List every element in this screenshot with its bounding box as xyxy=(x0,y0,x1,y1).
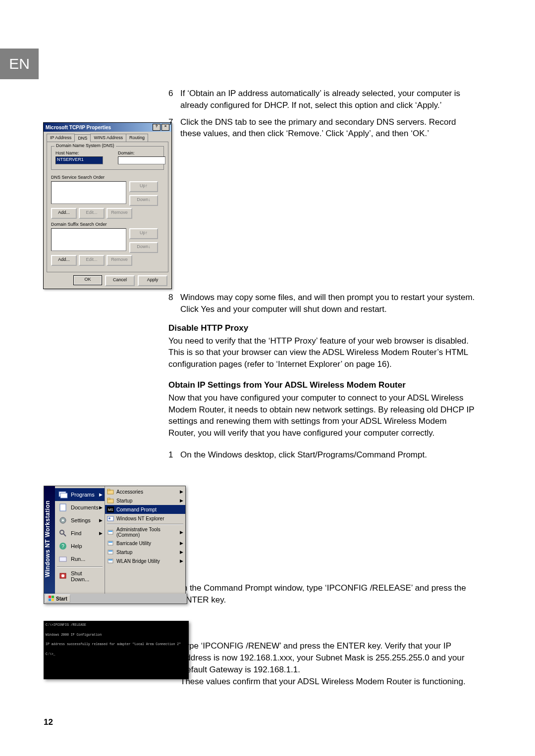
svg-rect-25 xyxy=(108,551,112,552)
start-menu-shutdown[interactable]: Shut Down... xyxy=(55,568,105,584)
folder-icon xyxy=(107,497,114,504)
programs-submenu-item[interactable]: Startup▶ xyxy=(105,496,185,505)
start-menu-item[interactable]: Find▶ xyxy=(55,527,105,540)
tab-routing[interactable]: Routing xyxy=(126,134,148,142)
svg-point-19 xyxy=(108,517,110,519)
menu-item-label: Startup xyxy=(116,498,132,504)
dns-add-button[interactable]: Add... xyxy=(51,208,77,219)
menu-item-label: Startup xyxy=(116,550,132,555)
suffix-remove-button[interactable]: Remove xyxy=(107,255,132,266)
step-b1: 1 On the Windows desktop, click Start/Pr… xyxy=(168,449,476,461)
submenu-arrow-icon: ▶ xyxy=(180,498,183,503)
svg-text:MS: MS xyxy=(108,508,113,511)
submenu-arrow-icon: ▶ xyxy=(99,505,103,510)
suffix-up-button[interactable]: Up↑ xyxy=(129,228,158,239)
svg-rect-1 xyxy=(60,493,67,498)
svg-rect-28 xyxy=(49,596,51,598)
suffix-edit-button[interactable]: Edit... xyxy=(79,255,105,266)
para-disable-proxy: You need to verify that the ‘HTTP Proxy’… xyxy=(168,335,476,370)
step-8: 8 Windows may copy some files, and will … xyxy=(168,292,476,315)
menu-item-label: Run... xyxy=(71,556,85,562)
svg-rect-29 xyxy=(52,596,54,598)
ok-button[interactable]: OK xyxy=(73,275,102,285)
start-menu-item[interactable]: Programs▶ xyxy=(55,488,105,501)
start-button[interactable]: Start xyxy=(46,595,70,603)
suffix-down-button[interactable]: Down↓ xyxy=(129,242,158,253)
step-text: On the Windows desktop, click Start/Prog… xyxy=(180,449,476,461)
language-tab: EN xyxy=(0,49,39,79)
step-number: 7 xyxy=(168,116,180,140)
tab-row: IP Address DNS WINS Address Routing xyxy=(44,132,171,142)
start-menu-col2: Accessories▶Startup▶MSCommand PromptWind… xyxy=(105,486,185,594)
step-text: In the Command Prompt window, type ‘IPCO… xyxy=(180,582,476,606)
submenu-arrow-icon: ▶ xyxy=(180,550,183,554)
host-name-input[interactable]: NTSERVER1 xyxy=(55,156,103,164)
find-icon xyxy=(58,529,68,538)
menu-separator xyxy=(107,524,183,525)
taskbar: Start xyxy=(44,594,187,604)
programs-submenu-item[interactable]: WLAN Bridge Utility▶ xyxy=(105,556,185,565)
tab-dns[interactable]: DNS xyxy=(74,134,91,142)
windows-logo-icon xyxy=(49,596,54,602)
menu-item-label: Administrative Tools (Common) xyxy=(116,527,183,538)
tab-ipaddress[interactable]: IP Address xyxy=(47,134,75,142)
programs-submenu-item[interactable]: Windows NT Explorer xyxy=(105,514,185,523)
step-text: Type ‘IPCONFIG /RENEW’ and press the ENT… xyxy=(180,640,476,687)
submenu-arrow-icon: ▶ xyxy=(99,531,103,536)
svg-point-11 xyxy=(61,574,64,577)
domain-input[interactable] xyxy=(118,156,165,164)
svg-rect-31 xyxy=(52,599,54,601)
para-obtain-ip: Now that you have configured your comput… xyxy=(168,392,476,439)
suffix-add-button[interactable]: Add... xyxy=(51,255,77,266)
heading-disable-proxy: Disable HTTP Proxy xyxy=(168,322,476,334)
step-b2: 2 In the Command Prompt window, type ‘IP… xyxy=(168,582,476,606)
programs-submenu-item[interactable]: Startup▶ xyxy=(105,548,185,556)
start-menu-item[interactable]: Settings▶ xyxy=(55,514,105,527)
dialog-title: Microsoft TCP/IP Properties xyxy=(46,125,111,130)
body-text-column: 6 If ‘Obtain an IP address automatically… xyxy=(168,88,476,693)
run-icon xyxy=(58,554,68,563)
step-text: Windows may copy some files, and will th… xyxy=(180,292,476,315)
tab-wins[interactable]: WINS Address xyxy=(90,134,126,142)
settings-icon xyxy=(58,516,68,525)
domain-label: Domain: xyxy=(118,151,165,155)
host-name-label: Host Name: xyxy=(55,151,103,155)
prog-icon xyxy=(107,549,114,555)
svg-rect-13 xyxy=(107,489,110,491)
window-controls: ? × xyxy=(153,124,169,131)
dns-order-label: DNS Service Search Order xyxy=(51,175,164,180)
suffix-order-list[interactable] xyxy=(51,228,126,251)
step-number: 6 xyxy=(168,88,180,111)
tab-panel-dns: Domain Name System (DNS) Host Name: NTSE… xyxy=(47,142,168,272)
group-dns-title: Domain Name System (DNS) xyxy=(54,143,116,148)
menu-item-label: Windows NT Explorer xyxy=(116,516,164,521)
programs-submenu-item[interactable]: Barricade Utility▶ xyxy=(105,539,185,548)
help-icon[interactable]: ? xyxy=(153,124,160,131)
programs-submenu-item[interactable]: Accessories▶ xyxy=(105,487,185,496)
menu-item-label: Documents xyxy=(71,504,99,510)
apply-button[interactable]: Apply xyxy=(138,275,167,286)
start-menu-banner: Windows NT Workstation xyxy=(44,486,55,594)
start-menu-item[interactable]: ?Help xyxy=(55,540,105,553)
command-prompt-screenshot: C:\>IPCONFIG /RELEASE Windows 2000 IP Co… xyxy=(44,621,189,679)
dns-order-list[interactable] xyxy=(51,181,126,204)
programs-submenu-item[interactable]: MSCommand Prompt xyxy=(105,505,185,514)
suffix-order-label: Domain Suffix Search Order xyxy=(51,222,164,227)
step-number: 8 xyxy=(168,292,180,315)
programs-submenu-item[interactable]: Administrative Tools (Common)▶ xyxy=(105,526,185,539)
menu-item-label: Help xyxy=(71,543,82,549)
dns-remove-button[interactable]: Remove xyxy=(107,208,132,219)
cancel-button[interactable]: Cancel xyxy=(105,275,135,286)
dns-down-button[interactable]: Down↓ xyxy=(129,195,158,206)
start-menu-col1: Programs▶Documents▶Settings▶Find▶?HelpRu… xyxy=(55,486,105,594)
submenu-arrow-icon: ▶ xyxy=(180,489,183,494)
submenu-arrow-icon: ▶ xyxy=(180,541,183,546)
dns-up-button[interactable]: Up↑ xyxy=(129,181,158,192)
start-menu-item[interactable]: Run... xyxy=(55,553,105,565)
group-dns: Domain Name System (DNS) Host Name: NTSE… xyxy=(51,146,164,170)
menu-item-label: Find xyxy=(71,530,81,536)
menu-item-label: Accessories xyxy=(116,489,143,495)
start-menu-item[interactable]: Documents▶ xyxy=(55,501,105,514)
explorer-icon xyxy=(107,515,114,522)
dns-edit-button[interactable]: Edit... xyxy=(79,208,105,219)
